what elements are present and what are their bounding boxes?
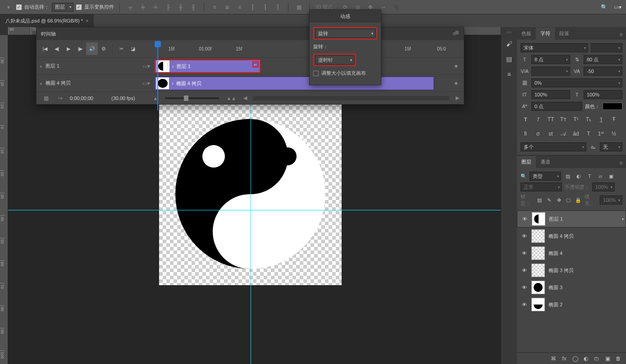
distrib-hcenter-icon[interactable]: ┇ (260, 2, 270, 12)
track-options-icon[interactable]: ▭▾ (141, 78, 151, 88)
timeline-header[interactable]: 时间轴 ≡ ⊗ (37, 27, 464, 40)
fraction-icon[interactable]: ½ (609, 131, 619, 137)
add-track-icon[interactable]: ＋ (451, 61, 461, 71)
fx-icon[interactable]: fx (560, 355, 568, 362)
visibility-icon[interactable]: 👁 (521, 302, 528, 307)
lock-pixels-icon[interactable]: ▨ (536, 197, 543, 203)
panel-menu-icon[interactable]: ≡ (616, 30, 626, 40)
vscale-field[interactable]: 100% (531, 90, 570, 99)
distrib-left-icon[interactable]: ┇ (247, 2, 257, 12)
new-layer-icon[interactable]: ▣ (603, 355, 612, 362)
language-select[interactable]: 多个 (521, 142, 586, 151)
expand-icon[interactable]: › (172, 64, 174, 69)
show-transform-checkbox[interactable]: ✓ (76, 5, 82, 10)
layer-thumbnail[interactable] (531, 264, 545, 277)
layer-row[interactable]: 👁椭圆 3 拷贝 (517, 262, 626, 279)
font-size-field[interactable]: 8 点 (531, 55, 570, 64)
allcaps-icon[interactable]: TT (546, 116, 556, 123)
tab-layers[interactable]: 图层 (517, 156, 536, 168)
h-scrollbar[interactable] (253, 96, 449, 100)
tracking-field[interactable]: -50 (584, 67, 622, 76)
motion-type-select[interactable]: 旋转 (315, 29, 375, 38)
time-ruler[interactable]: 15f01:00f15f15f04:00f15f05:0 (155, 40, 458, 57)
visibility-icon[interactable]: 👁 (521, 268, 528, 273)
prev-frame-icon[interactable]: ◀| (51, 42, 63, 55)
close-icon[interactable]: ⊗ (452, 27, 462, 37)
home-icon[interactable]: ▾ (4, 2, 14, 12)
strike-icon[interactable]: Ŧ (609, 116, 619, 123)
render-icon[interactable]: ↪ (55, 93, 65, 103)
visibility-icon[interactable]: 👁 (521, 216, 528, 222)
lock-artboard-icon[interactable]: ▢ (565, 197, 572, 203)
delete-icon[interactable]: 🗑 (614, 355, 622, 362)
layer-thumbnail[interactable] (531, 229, 545, 243)
next-frame-icon[interactable]: |▶ (74, 42, 86, 55)
blend-mode-select[interactable]: 正常 (521, 182, 562, 191)
smallcaps-icon[interactable]: Tᴛ (558, 116, 568, 123)
layer-thumbnail[interactable] (531, 298, 545, 311)
st-icon[interactable]: st (546, 131, 556, 137)
resize-checkbox[interactable] (313, 71, 319, 76)
bold-icon[interactable]: T (521, 116, 530, 123)
lock-position-icon[interactable]: ✥ (555, 197, 562, 203)
fill-field[interactable]: 100% (600, 196, 622, 205)
leading-field[interactable]: 80 点 (584, 55, 622, 64)
workspace-icon[interactable]: ▭▾ (612, 2, 622, 12)
titling-icon[interactable]: T (584, 131, 594, 137)
subscript-icon[interactable]: T₁ (584, 116, 594, 123)
auto-select-target[interactable]: 图层 (52, 3, 73, 12)
filter-type-icon[interactable]: T (585, 173, 594, 179)
tab-character[interactable]: 字符 (536, 27, 555, 40)
goto-first-icon[interactable]: |◀ (39, 42, 51, 55)
align-left-icon[interactable]: ╟ (163, 2, 173, 12)
audio-icon[interactable]: 🔊 (86, 42, 98, 55)
ad-icon[interactable]: ād (571, 131, 581, 137)
clip-layer1[interactable]: › 图层 1 ⌐ (155, 59, 260, 73)
rotation-direction-select[interactable]: 逆时针 (315, 55, 354, 64)
align-vcenter-icon[interactable]: ╪ (138, 2, 148, 12)
auto-align-icon[interactable]: ▦ (294, 2, 304, 12)
mask-icon[interactable]: ◯ (571, 355, 579, 362)
lock-brush-icon[interactable]: ✎ (546, 197, 553, 203)
filter-smart-icon[interactable]: ▣ (607, 173, 615, 179)
split-icon[interactable]: ✂ (115, 42, 127, 55)
scroll-right-icon[interactable]: ▶ (456, 95, 459, 101)
zoom-in-icon[interactable]: ▲▲ (226, 96, 236, 101)
zoom-slider[interactable] (165, 97, 219, 99)
opacity-field[interactable]: 100% (592, 182, 615, 191)
antialias-select[interactable]: 无 (600, 142, 622, 151)
properties-icon[interactable]: ≡ (503, 68, 516, 81)
filter-image-icon[interactable]: ▨ (564, 173, 572, 179)
document-tab[interactable]: 八卦未成品.psd @ 68.9%(RGB/8) * × (0, 14, 94, 27)
add-track-icon[interactable]: ＋ (451, 78, 461, 88)
layer-row[interactable]: 👁椭圆 4 (517, 245, 626, 262)
scale-field[interactable]: 0% (531, 78, 622, 87)
scroll-left-icon[interactable]: ◀ (243, 95, 247, 101)
distrib-bottom-icon[interactable]: ≡ (235, 2, 245, 12)
italic-icon[interactable]: T (533, 116, 543, 123)
transition-icon[interactable]: ◪ (127, 42, 139, 55)
visibility-icon[interactable]: 👁 (521, 233, 528, 239)
fi-icon[interactable]: fi (521, 131, 530, 137)
layer-row[interactable]: 👁图层 1 (517, 210, 626, 228)
distrib-top-icon[interactable]: ≡ (210, 2, 219, 12)
layer-filter-select[interactable]: 类型 (530, 172, 561, 181)
baseline-field[interactable]: 0 点 (531, 102, 582, 111)
close-tab-icon[interactable]: × (86, 18, 88, 23)
search-icon[interactable]: 🔍 (521, 173, 527, 179)
brushes-icon[interactable]: 🖌 (503, 37, 516, 50)
adjustment-icon[interactable]: ◐ (582, 355, 590, 362)
ruler-vertical[interactable]: 3020100102030405060708090100110120 (0, 35, 8, 364)
visibility-icon[interactable]: 👁 (521, 250, 528, 256)
superscript-icon[interactable]: T¹ (571, 116, 581, 123)
expand-icon[interactable]: › (40, 81, 42, 86)
history-icon[interactable]: ▤ (503, 53, 516, 65)
auto-select-checkbox[interactable]: ✓ (16, 5, 22, 10)
kerning-field[interactable] (531, 67, 570, 76)
tab-swatches[interactable]: 色板 (517, 27, 536, 40)
distrib-vcenter-icon[interactable]: ≣ (222, 2, 232, 12)
align-top-icon[interactable]: ╤ (125, 2, 135, 12)
layer-thumbnail[interactable] (532, 212, 545, 226)
underline-icon[interactable]: T (596, 116, 606, 123)
layer-row[interactable]: 👁椭圆 3 (517, 279, 626, 296)
